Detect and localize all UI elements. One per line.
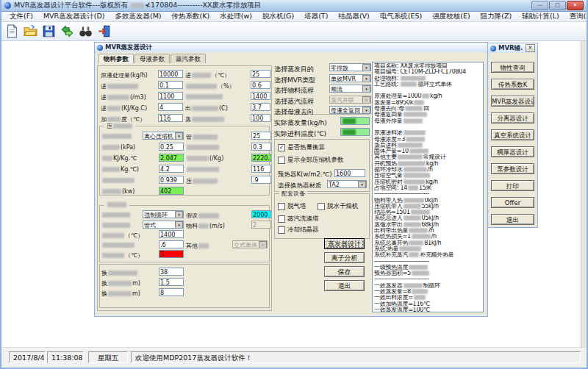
- action-button[interactable]: 离子分析: [324, 252, 365, 263]
- tab-inactive[interactable]: 母液参数: [135, 54, 170, 63]
- action-button[interactable]: 保存: [324, 266, 365, 277]
- input-field[interactable]: 116: [251, 165, 271, 173]
- input-field[interactable]: 2000: [251, 210, 271, 218]
- new-document-icon[interactable]: [4, 24, 20, 40]
- menu-item[interactable]: 脱水机(G): [257, 12, 299, 21]
- input-field[interactable]: 25: [251, 132, 271, 140]
- checkbox[interactable]: 脱气塔: [278, 203, 306, 210]
- input-field[interactable]: 8: [159, 288, 184, 296]
- menu-item[interactable]: 传热系数(K): [167, 12, 215, 21]
- redacted-text: [409, 148, 429, 154]
- dropdown[interactable]: 立式单体▾: [232, 240, 268, 248]
- input-field[interactable]: 25: [251, 70, 270, 78]
- input-field[interactable]: 0.25: [159, 143, 184, 151]
- menu-item[interactable]: 强度校核(E): [427, 12, 475, 21]
- helper-button[interactable]: 分离器设计: [491, 112, 534, 123]
- close-icon[interactable]: ✕: [526, 44, 535, 52]
- menu-item[interactable]: 电气系统(ES): [375, 12, 427, 21]
- dropdown[interactable]: 管式▾: [143, 221, 184, 229]
- menu-item[interactable]: MVR蒸发器设计(D): [38, 12, 110, 21]
- option-label: 选择MVR类型: [274, 76, 315, 85]
- input-field[interactable]: 3.7: [251, 103, 270, 111]
- input-field[interactable]: 1600: [334, 169, 365, 177]
- input-field[interactable]: 1400: [159, 230, 184, 238]
- input-field[interactable]: 2220.2: [251, 154, 271, 162]
- helper-button[interactable]: Offer: [491, 197, 534, 208]
- input-field[interactable]: 0.6: [251, 81, 270, 89]
- tab-active[interactable]: 物料参数: [98, 54, 134, 63]
- vertical-scrollbar[interactable]: [581, 41, 587, 349]
- input-field[interactable]: 10000: [158, 70, 183, 78]
- menu-item[interactable]: 查询(E): [564, 12, 588, 21]
- helper-window-titlebar[interactable]: MVR辅... ✕: [488, 43, 537, 54]
- menu-item[interactable]: 塔器(T): [299, 12, 333, 21]
- transfer-icon[interactable]: [59, 24, 75, 40]
- input-field[interactable]: 2.047: [159, 154, 184, 162]
- action-button[interactable]: 蒸发器设计: [324, 238, 365, 249]
- menu-item[interactable]: 辅助计算(L): [517, 12, 564, 21]
- menu-item[interactable]: 水处理(w): [215, 12, 257, 21]
- input-field[interactable]: 116: [158, 114, 183, 122]
- helper-button[interactable]: 稠厚器设计: [491, 146, 534, 157]
- input-field[interactable]: 0.939: [159, 176, 184, 184]
- input-field[interactable]: .9: [251, 176, 271, 184]
- menu-item[interactable]: 文件(F): [4, 12, 38, 21]
- dropdown[interactable]: 蒸汽并联▾: [329, 96, 371, 104]
- menu-item[interactable]: 结晶器(V): [333, 12, 374, 21]
- checkbox[interactable]: 脱水干燥机: [318, 203, 359, 210]
- input-field[interactable]: [340, 128, 370, 136]
- toolbar: [1, 22, 587, 41]
- input-field[interactable]: 1.5: [159, 278, 184, 286]
- checkbox[interactable]: 冷却结晶器: [278, 226, 319, 234]
- helper-button[interactable]: MVR蒸发器设计: [491, 96, 534, 107]
- title-bar[interactable]: MVR蒸发器设计平台软件---版权所有 ≮170804----------XX废…: [1, 0, 587, 12]
- checkbox[interactable]: 显示全部压缩机参数: [278, 157, 344, 164]
- input-field[interactable]: 2: [251, 221, 271, 229]
- input-field[interactable]: 402: [159, 187, 184, 195]
- input-field[interactable]: 0.1: [158, 81, 183, 89]
- input-field[interactable]: 1400: [251, 92, 270, 100]
- helper-button[interactable]: 物性查询: [491, 62, 534, 73]
- dropdown[interactable]: 母液全返回▾: [329, 106, 371, 114]
- dropdown[interactable]: 离心压缩机▾: [143, 132, 184, 140]
- helper-button[interactable]: 泵参数设计: [491, 163, 534, 174]
- maximize-button[interactable]: ▢: [549, 1, 566, 10]
- input-field[interactable]: 4.2: [159, 165, 184, 173]
- tab-inactive[interactable]: 蒸汽参数: [171, 54, 206, 63]
- label-text: m): [132, 290, 140, 297]
- input-field[interactable]: 3: [159, 250, 184, 258]
- dropdown[interactable]: 零排放▾: [329, 63, 371, 71]
- input-field[interactable]: 100: [251, 114, 270, 122]
- input-field[interactable]: 1100: [158, 92, 183, 100]
- dropdown[interactable]: 强制循环▾: [143, 210, 184, 218]
- save-icon[interactable]: [40, 24, 57, 40]
- helper-button[interactable]: 打印: [491, 180, 534, 191]
- menu-item[interactable]: 阻力降(Z): [476, 12, 517, 21]
- dropdown[interactable]: 顺流▾: [329, 85, 371, 93]
- summary-text: 系统总进入: [374, 215, 403, 221]
- checkbox[interactable]: ✓是否热量衡算: [278, 144, 325, 151]
- design-window-titlebar[interactable]: MVR蒸发器设计: [95, 43, 487, 53]
- label-text: 管: [186, 134, 192, 140]
- form-row: 强制循环▾假设2000: [100, 210, 269, 221]
- close-button[interactable]: ✕: [567, 1, 584, 10]
- dropdown[interactable]: 单效MVR▾: [329, 74, 371, 82]
- open-folder-icon[interactable]: [22, 24, 38, 40]
- input-field[interactable]: .6: [159, 240, 184, 248]
- action-button[interactable]: 退出: [324, 280, 365, 291]
- dropdown[interactable]: TA2▾: [327, 180, 367, 188]
- helper-button[interactable]: 退出: [491, 214, 534, 225]
- input-field[interactable]: 0.3: [251, 143, 271, 151]
- input-field[interactable]: [340, 117, 370, 125]
- menu-item[interactable]: 多效蒸发器(M): [110, 12, 166, 21]
- input-field[interactable]: 38: [159, 268, 184, 276]
- checkbox-label: 显示全部压缩机参数: [287, 156, 344, 165]
- helper-button[interactable]: 真空系统设计: [491, 129, 534, 140]
- checkbox[interactable]: 蒸汽洗涤塔: [278, 215, 319, 223]
- search-binoculars-icon[interactable]: [77, 24, 93, 40]
- exit-door-icon[interactable]: [96, 24, 112, 40]
- input-field[interactable]: 4: [158, 103, 183, 111]
- helper-button[interactable]: 传热系数K: [491, 79, 534, 90]
- minimize-button[interactable]: —: [531, 1, 548, 10]
- summary-listbox[interactable]: 项目名称: XX废水零排放项目项目编号: CET10M-ZLD-FC170804…: [372, 62, 484, 312]
